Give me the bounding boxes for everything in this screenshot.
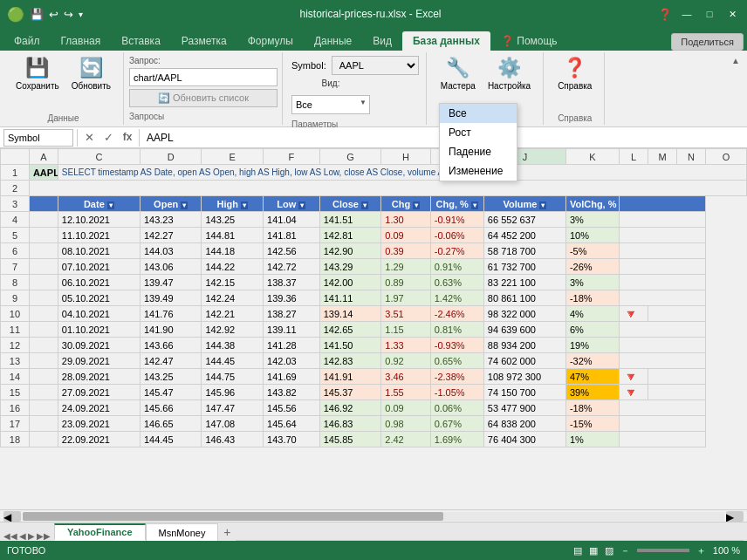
settings-buttons: 🔧 Мастера ⚙️ Настройка [435,54,536,93]
wizard-icon: 🔧 [446,57,469,79]
save-data-label: Сохранить [16,81,59,91]
maximize-button[interactable]: □ [702,6,717,22]
tab-insert[interactable]: Вставка [111,31,171,51]
col-l[interactable]: L [620,149,648,165]
sheet-tab-yahoo[interactable]: YahooFinance [54,523,146,541]
refresh-button[interactable]: 🔄 Обновить [66,54,116,93]
dropdown-option-change[interactable]: Изменение [440,161,517,181]
col-a3 [29,196,58,212]
tab-file[interactable]: Файл [3,31,51,51]
settings-button[interactable]: ⚙️ Настройка [483,54,536,93]
update-list-button[interactable]: 🔄 Обновить список [129,89,278,107]
col-n[interactable]: N [676,149,705,165]
tab-nav-prev[interactable]: ◀ [19,531,26,541]
view-normal-icon[interactable]: ▤ [573,545,582,557]
sheet-tab-msn[interactable]: MsnMoney [146,523,219,541]
col-c[interactable]: C [58,149,140,165]
tab-view[interactable]: Вид [362,31,402,51]
hscroll-left[interactable]: ◀ [3,511,21,522]
minimize-button[interactable]: — [679,6,695,22]
tab-nav: ◀◀ ◀ ▶ ▶▶ [3,531,51,541]
col-a[interactable]: A [29,149,58,165]
tab-layout[interactable]: Разметка [171,31,237,51]
ribbon-group-help: ❓ Справка Справка [545,52,605,125]
formula-bar: ✕ ✓ fx [0,127,747,148]
dropdown-option-all[interactable]: Все [440,104,517,123]
tab-data[interactable]: Данные [304,31,362,51]
status-bar: ГОТОВО ▤ ▦ ▨ － ＋ 100 % [0,541,747,560]
col-k[interactable]: K [565,149,619,165]
tab-nav-next[interactable]: ▶ [28,531,35,541]
table-row: 4 12.10.2021 143.23 143.25 141.04 141.51… [1,212,747,228]
tab-help[interactable]: ❓ Помощь [490,31,568,51]
zoom-slider[interactable] [637,549,689,552]
hscroll-track[interactable] [23,512,724,521]
sheet-scroll[interactable]: A C D E F G H I J K L M N O [0,148,747,509]
wizard-label: Мастера [441,81,476,91]
col-header-row: A C D E F G H I J K L M N O [1,149,747,165]
col-e[interactable]: E [202,149,264,165]
quick-access-undo[interactable]: ↩ [49,8,58,21]
dropdown-option-growth[interactable]: Рост [440,123,517,142]
share-button[interactable]: Поделиться [671,33,744,51]
name-box[interactable] [3,129,73,147]
tab-nav-left[interactable]: ◀◀ [3,531,17,541]
close-button[interactable]: ✕ [724,6,740,22]
help-icon[interactable]: ❓ [658,8,672,21]
tab-home[interactable]: Главная [51,31,112,51]
refresh-icon: 🔄 [79,57,103,79]
header-open: Open ▾ [140,196,202,212]
help-ribbon-icon: ❓ [563,57,586,79]
view-page-icon[interactable]: ▨ [605,545,613,557]
ribbon-collapse[interactable]: ▲ [728,52,744,125]
quick-access-redo[interactable]: ↪ [64,8,73,21]
horizontal-scrollbar[interactable]: ◀ ▶ [0,509,747,522]
col-m[interactable]: M [648,149,677,165]
hscroll-thumb[interactable] [23,512,443,521]
quick-access-save[interactable]: 💾 [30,8,44,21]
col-g[interactable]: G [319,149,381,165]
title-bar: 🟢 💾 ↩ ↪ ▾ historical-prices-ru.xlsx - Ex… [0,0,747,28]
col-d[interactable]: D [140,149,202,165]
row-2: 2 [1,181,747,196]
status-text: ГОТОВО [7,545,45,556]
header-high: High ▾ [202,196,264,212]
quick-access-more[interactable]: ▾ [79,10,83,19]
dropdown-option-fall[interactable]: Падение [440,142,517,161]
col-h[interactable]: H [381,149,430,165]
help-ribbon-button[interactable]: ❓ Справка [552,54,597,93]
save-data-button[interactable]: 💾 Сохранить [10,54,65,93]
table-row: 10 04.10.2021 141.76 142.21 138.27 139.1… [1,306,747,322]
table-row: 12 30.09.2021 143.66 144.38 141.28 141.5… [1,338,747,353]
table-row: 5 11.10.2021 142.27 144.81 141.81 142.81… [1,228,747,243]
row-header-3: 3 [1,196,30,212]
wizard-button[interactable]: 🔧 Мастера [435,54,481,93]
zoom-out-button[interactable]: － [620,544,630,557]
table-row: 16 24.09.2021 145.66 147.47 145.56 146.9… [1,400,747,416]
vid-select[interactable]: Все Рост Падение Изменение [291,95,370,114]
insert-function-icon[interactable]: fx [120,131,135,144]
row-header-2: 2 [1,181,30,196]
formula-icons: ✕ ✓ fx [81,131,135,144]
col-o[interactable]: O [705,149,746,165]
header-chg-pct: Chg, % ▾ [430,196,483,212]
tab-database[interactable]: База данных [402,31,490,51]
confirm-formula-icon[interactable]: ✓ [100,131,116,144]
cancel-formula-icon[interactable]: ✕ [81,131,97,144]
add-sheet-button[interactable]: + [218,523,236,541]
table-row: 6 08.10.2021 144.03 144.18 142.56 142.90… [1,243,747,259]
query-input[interactable] [129,68,278,86]
sheet-tabs: ◀◀ ◀ ▶ ▶▶ YahooFinance MsnMoney + [0,522,747,541]
cell-a1[interactable]: AAPL [29,165,58,181]
row-header-1: 1 [1,165,30,181]
hscroll-right[interactable]: ▶ [726,511,744,522]
vid-dropdown-overlay: Все Рост Падение Изменение [439,103,517,181]
tab-nav-right[interactable]: ▶▶ [37,531,51,541]
table-row: 11 01.10.2021 141.90 142.92 139.11 142.6… [1,322,747,338]
window-title: historical-prices-ru.xlsx - Excel [299,8,441,20]
col-f[interactable]: F [264,149,320,165]
symbol-select[interactable]: AAPL [332,56,419,75]
view-layout-icon[interactable]: ▦ [589,545,598,557]
zoom-in-button[interactable]: ＋ [696,544,706,557]
tab-formulas[interactable]: Формулы [237,31,304,51]
